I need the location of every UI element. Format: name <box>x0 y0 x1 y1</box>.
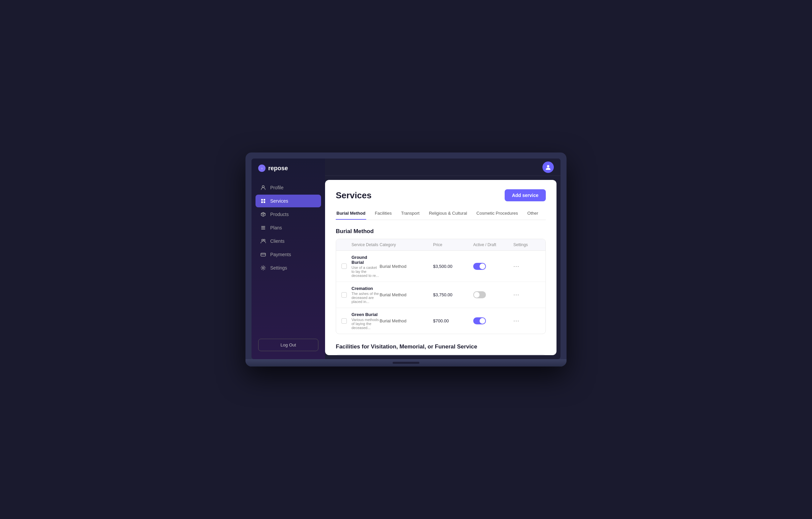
section-burial-method: Burial Method Service Details Category P… <box>336 228 546 334</box>
sidebar: ○ repose Profile <box>252 158 325 359</box>
box-icon <box>260 211 266 218</box>
person-icon <box>260 184 266 191</box>
more-options-button[interactable]: ··· <box>513 317 540 324</box>
svg-rect-5 <box>261 226 265 227</box>
laptop-wrapper: ○ repose Profile <box>245 152 567 367</box>
sidebar-item-profile-label: Profile <box>270 185 284 190</box>
sidebar-item-services-label: Services <box>270 198 288 204</box>
tab-burial-method[interactable]: Burial Method <box>336 208 366 220</box>
logo-icon: ○ <box>258 165 265 172</box>
row-checkbox[interactable] <box>342 292 347 298</box>
page-title: Services <box>336 190 372 201</box>
svg-rect-10 <box>261 253 265 256</box>
laptop-base <box>245 359 567 367</box>
svg-rect-3 <box>261 201 263 203</box>
tab-facilities[interactable]: Facilities <box>374 208 393 220</box>
more-options-button[interactable]: ··· <box>513 263 540 270</box>
active-toggle[interactable] <box>473 263 486 270</box>
tab-bar: Burial Method Facilities Transport Relig… <box>336 208 546 220</box>
table-row: Green Burial Various methods of laying t… <box>336 308 546 334</box>
topbar <box>325 158 560 176</box>
sidebar-item-payments[interactable]: Payments <box>256 248 321 261</box>
svg-rect-4 <box>264 201 265 203</box>
sidebar-item-settings-label: Settings <box>270 265 287 270</box>
svg-point-12 <box>547 165 549 167</box>
price-cell: $700.00 <box>433 318 473 323</box>
app-name: repose <box>268 165 288 172</box>
sidebar-logo: ○ repose <box>252 158 325 178</box>
section-title-facilities: Facilities for Visitation, Memorial, or … <box>336 343 546 350</box>
laptop-notch <box>393 362 419 364</box>
list-icon <box>260 225 266 231</box>
sidebar-item-settings[interactable]: Settings <box>256 261 321 274</box>
service-desc: Various methods of laying the deceased..… <box>351 318 380 330</box>
svg-point-0 <box>262 185 264 188</box>
sidebar-nav: Profile Services <box>252 178 325 334</box>
price-cell: $3,500.00 <box>433 264 473 269</box>
service-info: Green Burial Various methods of laying t… <box>351 312 380 330</box>
row-checkbox[interactable] <box>342 318 347 324</box>
header-active-draft: Active / Draft <box>473 242 513 247</box>
service-name: Cremation <box>351 286 380 291</box>
svg-point-11 <box>263 267 264 269</box>
active-toggle[interactable] <box>473 317 486 324</box>
header-service-details: Service Details <box>351 242 380 247</box>
app-shell: ○ repose Profile <box>252 158 560 359</box>
section-facilities: Facilities for Visitation, Memorial, or … <box>336 343 546 355</box>
header-price: Price <box>433 242 473 247</box>
tab-religious-cultural[interactable]: Religious & Cultural <box>428 208 467 220</box>
more-options-button[interactable]: ··· <box>513 291 540 298</box>
main-content: Services Add service Burial Method Facil… <box>325 180 556 355</box>
header-checkbox-col <box>342 242 351 247</box>
sidebar-item-plans-label: Plans <box>270 225 282 230</box>
svg-rect-7 <box>261 229 265 229</box>
table-row: Cremation The ashes of the deceased are … <box>336 282 546 308</box>
svg-point-9 <box>264 239 265 241</box>
service-desc: Use of a casket to lay the deceased to r… <box>351 265 380 278</box>
svg-rect-2 <box>264 199 265 201</box>
facilities-table-header: Product Details Category Price Active / … <box>336 354 546 355</box>
sidebar-item-products[interactable]: Products <box>256 208 321 221</box>
svg-rect-6 <box>261 227 265 228</box>
add-service-button[interactable]: Add service <box>505 189 546 201</box>
price-cell: $3,750.00 <box>433 292 473 297</box>
people-icon <box>260 238 266 244</box>
burial-table-header: Service Details Category Price Active / … <box>336 239 546 251</box>
service-name: Ground Burial <box>351 255 380 265</box>
sidebar-item-clients-label: Clients <box>270 238 285 244</box>
gear-icon <box>260 265 266 271</box>
card-icon <box>260 252 266 258</box>
sidebar-item-products-label: Products <box>270 212 289 217</box>
service-name: Green Burial <box>351 312 380 317</box>
burial-method-table: Service Details Category Price Active / … <box>336 239 546 334</box>
tab-cosmetic-procedures[interactable]: Cosmetic Procedures <box>476 208 519 220</box>
sidebar-item-plans[interactable]: Plans <box>256 221 321 234</box>
main-wrapper: Services Add service Burial Method Facil… <box>325 158 560 359</box>
service-desc: The ashes of the deceased are placed in.… <box>351 292 380 304</box>
sidebar-item-payments-label: Payments <box>270 252 291 257</box>
toggle-wrap <box>473 263 513 270</box>
sidebar-item-services[interactable]: Services <box>256 195 321 207</box>
laptop-screen: ○ repose Profile <box>252 158 560 359</box>
table-row: Ground Burial Use of a casket to lay the… <box>336 251 546 282</box>
logout-button[interactable]: Log Out <box>258 339 318 351</box>
category-cell: Burial Method <box>380 318 433 323</box>
tab-other[interactable]: Other <box>527 208 539 220</box>
tab-transport[interactable]: Transport <box>400 208 420 220</box>
sidebar-item-profile[interactable]: Profile <box>256 181 321 194</box>
header-category: Category <box>380 242 433 247</box>
row-checkbox[interactable] <box>342 263 347 269</box>
avatar[interactable] <box>543 162 554 173</box>
active-toggle[interactable] <box>473 291 486 298</box>
category-cell: Burial Method <box>380 264 433 269</box>
section-title-burial: Burial Method <box>336 228 546 235</box>
grid-icon <box>260 198 266 204</box>
service-info: Ground Burial Use of a casket to lay the… <box>351 255 380 278</box>
facilities-table: Product Details Category Price Active / … <box>336 354 546 355</box>
category-cell: Burial Method <box>380 292 433 297</box>
svg-rect-1 <box>261 199 263 201</box>
page-header: Services Add service <box>336 189 546 201</box>
service-info: Cremation The ashes of the deceased are … <box>351 286 380 304</box>
sidebar-item-clients[interactable]: Clients <box>256 235 321 248</box>
sidebar-footer: Log Out <box>252 334 325 359</box>
